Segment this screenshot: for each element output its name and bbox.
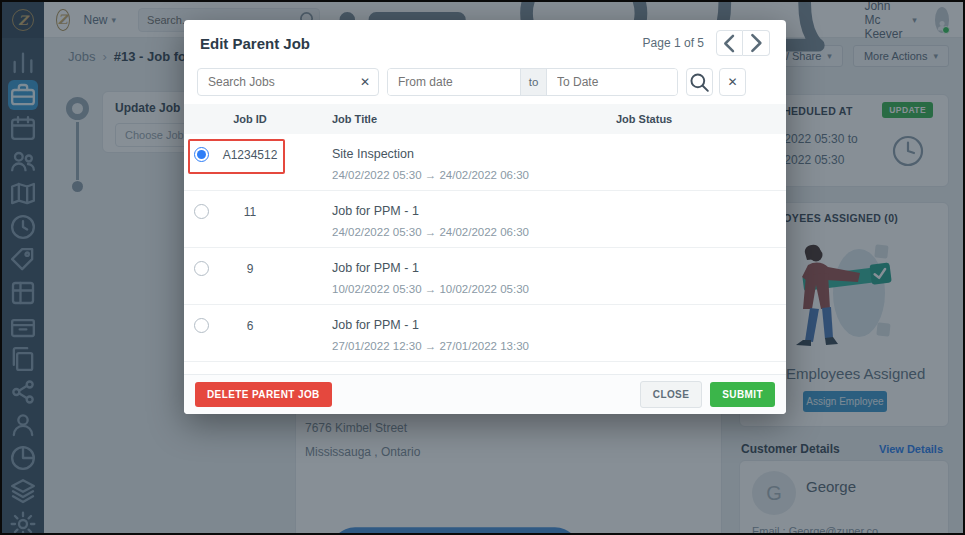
prev-page-button[interactable] [716,30,743,56]
edit-parent-job-modal: Edit Parent Job Page 1 of 5 ✕ to ✕ Job I… [184,20,786,414]
next-page-button[interactable] [743,30,770,56]
app-window: Z Z New ▾ John Mc Keever ▾ [0,0,965,535]
column-job-status: Job Status [616,113,786,125]
delete-parent-job-button[interactable]: DELETE PARENT JOB [195,382,332,407]
job-radio[interactable] [194,318,209,333]
job-id: 9 [218,261,282,304]
search-jobs-field: ✕ [197,68,379,96]
chevron-right-icon [743,30,769,56]
pagination-label: Page 1 of 5 [643,36,704,50]
job-radio[interactable] [194,261,209,276]
job-status [616,204,786,247]
from-date-input[interactable] [388,69,520,95]
job-id: A1234512 [218,147,282,190]
job-title: Site Inspection [332,147,616,161]
job-id: 11 [218,204,282,247]
date-range-connector: to [520,69,547,95]
job-status [616,261,786,304]
job-radio[interactable] [194,204,209,219]
job-title: Job for PPM - 1 [332,261,616,275]
search-icon [687,70,712,95]
job-status [616,318,786,361]
job-title: Job for PPM - 1 [332,318,616,332]
job-table-body: A1234512Site Inspection24/02/2022 05:30 … [184,134,786,362]
chevron-left-icon [717,31,742,56]
job-table-header: Job ID Job Title Job Status [184,104,786,134]
submit-button[interactable]: SUBMIT [710,382,775,407]
job-schedule: 24/02/2022 05:30 → 24/02/2022 06:30 [332,169,616,181]
job-title: Job for PPM - 1 [332,204,616,218]
job-table-row[interactable]: 6Job for PPM - 127/01/2022 12:30 → 27/01… [184,305,786,362]
job-table-row[interactable]: 9Job for PPM - 110/02/2022 05:30 → 10/02… [184,248,786,305]
date-range-field: to [387,68,678,96]
to-date-input[interactable] [547,69,677,95]
column-job-id: Job ID [218,113,282,125]
column-job-title: Job Title [282,113,616,125]
reset-filters-button[interactable]: ✕ [719,68,746,96]
job-radio[interactable] [194,147,209,162]
job-table-row[interactable]: 11Job for PPM - 124/02/2022 05:30 → 24/0… [184,191,786,248]
search-jobs-input[interactable] [198,75,352,89]
job-id: 6 [218,318,282,361]
close-button[interactable]: CLOSE [640,381,702,408]
job-table-row[interactable]: A1234512Site Inspection24/02/2022 05:30 … [184,134,786,191]
modal-title: Edit Parent Job [200,35,310,52]
apply-search-button[interactable] [686,68,713,96]
clear-search-icon[interactable]: ✕ [352,75,378,89]
job-schedule: 10/02/2022 05:30 → 10/02/2022 05:30 [332,283,616,295]
job-schedule: 24/02/2022 05:30 → 24/02/2022 06:30 [332,226,616,238]
job-status [616,147,786,190]
job-schedule: 27/01/2022 12:30 → 27/01/2022 13:30 [332,340,616,352]
